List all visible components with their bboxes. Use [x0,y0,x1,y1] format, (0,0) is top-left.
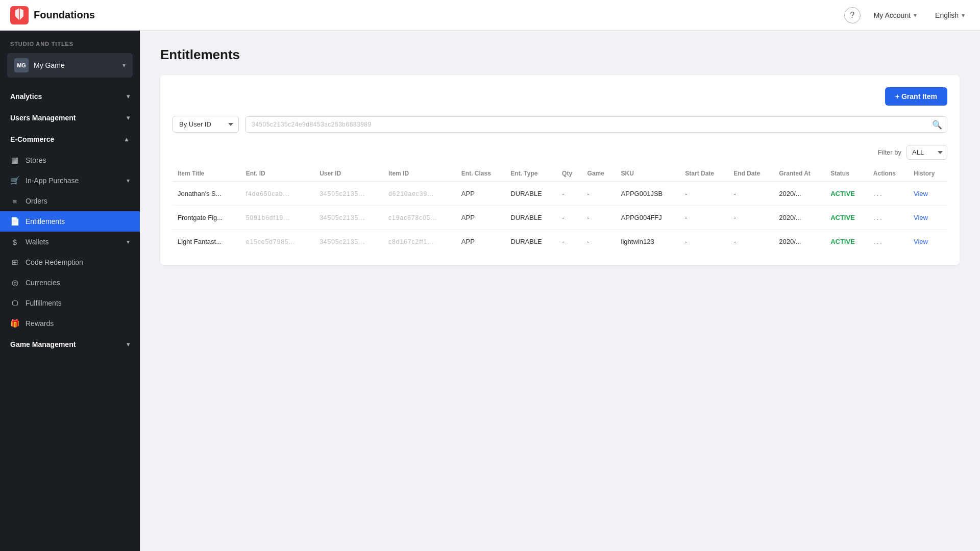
cell-user-id-0: 34505c2135... [314,182,383,206]
view-link-2[interactable]: View [914,238,928,245]
foundations-logo-icon [10,6,29,24]
col-game: Game [582,166,616,182]
action-dots-1[interactable]: ... [873,213,883,221]
sidebar-item-code-redemption[interactable]: ⊞ Code Redemption [0,252,140,272]
cell-status-2: ACTIVE [825,230,868,254]
cell-history-1[interactable]: View [909,206,947,230]
grant-item-button[interactable]: + Grant Item [885,87,947,106]
action-dots-0[interactable]: ... [873,189,883,197]
cell-granted-at-1: 2020/... [774,206,825,230]
entitlements-icon: 📄 [10,217,19,226]
currencies-label: Currencies [26,279,60,287]
wallets-label: Wallets [26,238,48,246]
sidebar-item-users-management[interactable]: Users Management ▾ [0,107,140,129]
col-item-id: Item ID [383,166,456,182]
language-dropdown[interactable]: English ▾ [930,8,970,22]
sidebar-item-fulfillments[interactable]: ⬡ Fulfillments [0,293,140,313]
cell-qty-2: - [557,230,582,254]
users-management-chevron-icon: ▾ [127,114,130,121]
cell-item-title-2: Light Fantast... [173,230,241,254]
app-body: STUDIO AND TITLES MG My Game ▾ Analytics… [0,31,980,551]
col-item-title: Item Title [173,166,241,182]
analytics-chevron-icon: ▾ [127,93,130,100]
col-end-date: End Date [728,166,774,182]
ecommerce-label: E-Commerce [10,135,54,143]
language-label: English [935,11,959,19]
table-header: Item Title Ent. ID User ID Item ID Ent. … [173,166,947,182]
col-sku: SKU [616,166,680,182]
action-dots-2[interactable]: ... [873,237,883,245]
language-chevron-icon: ▾ [962,12,965,19]
header-right: ? My Account ▾ English ▾ [844,7,970,23]
cell-ent-id-1: 5091b6df19... [241,206,314,230]
in-app-purchase-label: In-App Purchase [26,177,79,185]
cell-ent-type-2: DURABLE [505,230,557,254]
cell-sku-0: APPG001JSB [616,182,680,206]
search-icon: 🔍 [932,120,942,129]
analytics-label: Analytics [10,92,42,101]
cell-actions-2[interactable]: ... [868,230,909,254]
studio-section-label: STUDIO AND TITLES [0,31,140,51]
app-title: Foundations [34,9,95,21]
cell-actions-0[interactable]: ... [868,182,909,206]
filter-row: By User ID 🔍 [173,116,947,133]
cell-user-id-2: 34505c2135... [314,230,383,254]
sidebar-item-rewards[interactable]: 🎁 Rewards [0,313,140,334]
wallets-icon: $ [10,237,19,246]
page-title: Entitlements [160,47,960,63]
cell-actions-1[interactable]: ... [868,206,909,230]
cell-start-date-0: - [680,182,728,206]
cell-history-0[interactable]: View [909,182,947,206]
game-management-label: Game Management [10,340,76,348]
orders-icon: ≡ [10,196,19,206]
col-status: Status [825,166,868,182]
cell-end-date-1: - [728,206,774,230]
col-granted-at: Granted At [774,166,825,182]
grant-btn-row: + Grant Item [173,87,947,106]
col-user-id: User ID [314,166,383,182]
cell-qty-0: - [557,182,582,206]
code-redemption-label: Code Redemption [26,258,83,266]
sidebar-item-currencies[interactable]: ◎ Currencies [0,272,140,293]
entitlements-table: Item Title Ent. ID User ID Item ID Ent. … [173,166,947,253]
sidebar-item-orders[interactable]: ≡ Orders [0,191,140,211]
cell-start-date-1: - [680,206,728,230]
my-account-dropdown[interactable]: My Account ▾ [869,8,922,22]
col-ent-type: Ent. Type [505,166,557,182]
col-ent-id: Ent. ID [241,166,314,182]
cell-status-1: ACTIVE [825,206,868,230]
sidebar-item-analytics[interactable]: Analytics ▾ [0,86,140,107]
sidebar-item-wallets[interactable]: $ Wallets ▾ [0,232,140,252]
cell-end-date-0: - [728,182,774,206]
sidebar-item-stores[interactable]: ▦ Stores [0,150,140,170]
cell-game-0: - [582,182,616,206]
sidebar-item-entitlements[interactable]: 📄 Entitlements [0,211,140,232]
cell-sku-1: APPG004FFJ [616,206,680,230]
cell-granted-at-2: 2020/... [774,230,825,254]
cell-ent-type-0: DURABLE [505,182,557,206]
table-row: Light Fantast... e15ce5d7985... 34505c21… [173,230,947,254]
cell-item-title-0: Jonathan's S... [173,182,241,206]
in-app-purchase-icon: 🛒 [10,176,19,185]
cell-ent-class-1: APP [456,206,506,230]
sidebar-item-in-app-purchase[interactable]: 🛒 In-App Purchase ▾ [0,170,140,191]
top-header: Foundations ? My Account ▾ English ▾ [0,0,980,31]
studio-selector[interactable]: MG My Game ▾ [7,53,133,78]
filter-by-select[interactable]: ALL [906,145,947,160]
cell-end-date-2: - [728,230,774,254]
wallets-chevron-icon: ▾ [127,238,130,245]
col-qty: Qty [557,166,582,182]
view-link-0[interactable]: View [914,190,928,197]
search-by-select[interactable]: By User ID [173,116,239,133]
sidebar-item-ecommerce[interactable]: E-Commerce ▲ [0,129,140,150]
help-button[interactable]: ? [844,7,861,23]
table-row: Frontgate Fig... 5091b6df19... 34505c213… [173,206,947,230]
cell-history-2[interactable]: View [909,230,947,254]
users-management-label: Users Management [10,114,76,122]
search-submit-button[interactable]: 🔍 [932,119,942,129]
col-history: History [909,166,947,182]
view-link-1[interactable]: View [914,214,928,221]
sidebar-item-game-management[interactable]: Game Management ▾ [0,334,140,355]
search-input[interactable] [245,116,947,133]
rewards-icon: 🎁 [10,319,19,328]
